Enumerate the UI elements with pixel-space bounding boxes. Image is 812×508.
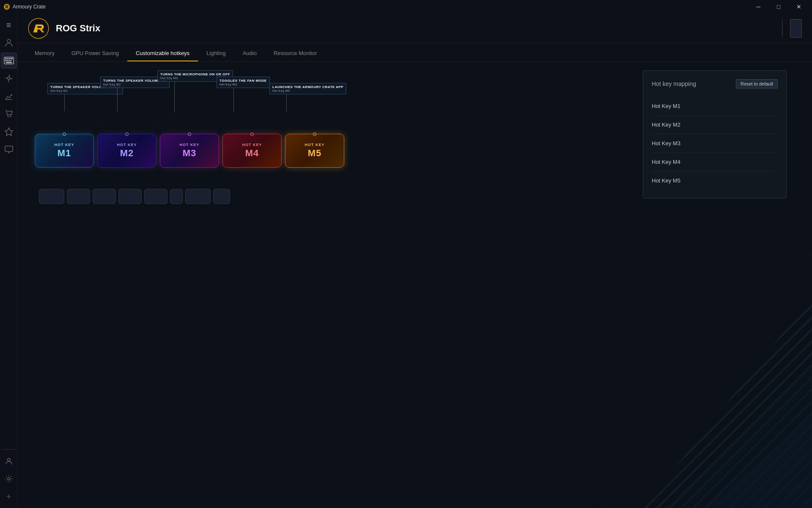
minimize-button[interactable]: ─ bbox=[749, 0, 768, 14]
sidebar-item-menu[interactable]: ≡ bbox=[1, 17, 17, 33]
tab-hotkeys[interactable]: Customizable hotkeys bbox=[127, 46, 198, 61]
key-placeholder-2 bbox=[67, 189, 90, 204]
hotkey-m3-dot bbox=[188, 133, 191, 136]
svg-point-13 bbox=[8, 77, 10, 80]
sidebar-item-user-settings[interactable] bbox=[1, 453, 17, 469]
tab-audio[interactable]: Audio bbox=[234, 46, 265, 61]
header-right bbox=[780, 19, 802, 38]
content-area: TURNS THE SPEAKER VOLUME DOWN Hot Key M1… bbox=[18, 62, 812, 508]
hotkey-list-item-m1[interactable]: Hot Key M1 bbox=[652, 97, 778, 116]
key-placeholder-7 bbox=[213, 189, 230, 204]
svg-point-15 bbox=[7, 116, 8, 117]
svg-marker-28 bbox=[601, 254, 812, 508]
battery-separator-icon bbox=[780, 20, 785, 37]
title-bar-left: R Armoury Crate bbox=[3, 3, 46, 10]
sidebar: ≡ bbox=[0, 14, 18, 508]
sidebar-item-settings[interactable] bbox=[1, 471, 17, 487]
hotkey-m5-key: M5 bbox=[308, 148, 322, 159]
svg-rect-10 bbox=[8, 60, 10, 61]
hotkey-button-m5[interactable]: HOT KEY M5 bbox=[285, 134, 344, 168]
hotkey-button-m4[interactable]: HOT KEY M4 bbox=[222, 134, 282, 168]
app-title: Armoury Crate bbox=[13, 4, 46, 10]
key-placeholder-6 bbox=[185, 189, 211, 204]
rog-logo bbox=[28, 18, 49, 39]
hotkey-list-item-m2[interactable]: Hot Key M2 bbox=[652, 116, 778, 134]
svg-marker-27 bbox=[685, 381, 812, 508]
sidebar-item-performance[interactable] bbox=[1, 88, 17, 104]
svg-rect-5 bbox=[7, 58, 8, 59]
tab-lighting[interactable]: Lighting bbox=[198, 46, 234, 61]
svg-rect-9 bbox=[7, 60, 8, 61]
sidebar-bottom: + bbox=[1, 447, 17, 505]
hotkey-m1-dot bbox=[63, 133, 66, 136]
svg-rect-6 bbox=[9, 58, 10, 59]
hotkey-m5-dot bbox=[313, 133, 316, 136]
tooltip-m5: LAUNCHES THE ARMOURY CRATE APP Hot Key M… bbox=[269, 83, 346, 111]
tooltip-m4-sub: Hot Key M4 bbox=[219, 83, 267, 86]
title-bar: R Armoury Crate ─ □ ✕ bbox=[0, 0, 812, 14]
svg-text:R: R bbox=[5, 5, 8, 9]
hotkey-list-item-m5[interactable]: Hot Key M5 bbox=[652, 171, 778, 190]
device-thumbnail bbox=[790, 19, 802, 38]
hotkey-visualization: TURNS THE SPEAKER VOLUME DOWN Hot Key M1… bbox=[35, 70, 386, 204]
reset-to-default-button[interactable]: Reset to default bbox=[736, 79, 778, 88]
hotkey-m3-key: M3 bbox=[183, 148, 197, 159]
app-layout: ≡ bbox=[0, 14, 812, 508]
app-icon: R bbox=[3, 3, 10, 10]
svg-rect-8 bbox=[5, 60, 6, 61]
tab-resource[interactable]: Resource Monitor bbox=[265, 46, 326, 61]
tooltip-m5-sub: Hot Key M5 bbox=[272, 89, 343, 92]
background-decoration bbox=[474, 212, 812, 508]
main-content: ROG Strix Memory GPU Power Saving Custom… bbox=[18, 14, 812, 508]
hotkey-m3-label: HOT KEY bbox=[179, 143, 199, 147]
device-name: ROG Strix bbox=[56, 23, 100, 34]
hotkey-list-item-m3[interactable]: Hot Key M3 bbox=[652, 134, 778, 153]
title-bar-controls: ─ □ ✕ bbox=[749, 0, 809, 14]
svg-marker-31 bbox=[664, 360, 812, 508]
svg-rect-18 bbox=[5, 146, 13, 152]
hotkey-m4-label: HOT KEY bbox=[242, 143, 262, 147]
hotkey-button-m3[interactable]: HOT KEY M3 bbox=[160, 134, 219, 168]
hotkey-panel: Hot key mapping Reset to default Hot Key… bbox=[643, 70, 787, 199]
hotkey-m4-dot bbox=[250, 133, 254, 136]
hotkey-m1-key: M1 bbox=[58, 148, 71, 159]
sidebar-item-keyboard[interactable] bbox=[1, 52, 17, 69]
key-placeholder-5 bbox=[144, 189, 167, 204]
sidebar-add-button[interactable]: + bbox=[1, 489, 17, 505]
hotkey-m2-key: M2 bbox=[120, 148, 134, 159]
tooltip-m4: TOGGLES THE FAN MODE Hot Key M4 bbox=[217, 77, 270, 112]
hotkey-m2-label: HOT KEY bbox=[117, 143, 137, 147]
hotkey-list-item-m4[interactable]: Hot Key M4 bbox=[652, 153, 778, 171]
sidebar-item-aura[interactable] bbox=[1, 124, 17, 140]
svg-rect-4 bbox=[5, 58, 7, 59]
sidebar-item-store[interactable] bbox=[1, 106, 17, 122]
svg-marker-17 bbox=[5, 128, 13, 135]
svg-rect-12 bbox=[6, 62, 12, 63]
header: ROG Strix bbox=[18, 14, 812, 43]
svg-marker-30 bbox=[706, 415, 812, 508]
key-placeholder-4 bbox=[118, 189, 142, 204]
restore-button[interactable]: □ bbox=[769, 0, 788, 14]
close-button[interactable]: ✕ bbox=[789, 0, 809, 14]
hotkey-m1-label: HOT KEY bbox=[54, 143, 74, 147]
hotkey-buttons-row: HOT KEY M1 HOT KEY M2 HOT KEY M3 bbox=[35, 130, 386, 172]
svg-marker-29 bbox=[727, 423, 812, 508]
tooltip-lines-area: TURNS THE SPEAKER VOLUME DOWN Hot Key M1… bbox=[35, 70, 386, 130]
svg-point-2 bbox=[7, 39, 11, 43]
tab-gpu[interactable]: GPU Power Saving bbox=[63, 46, 127, 61]
svg-rect-7 bbox=[11, 58, 13, 59]
tabs-bar: Memory GPU Power Saving Customizable hot… bbox=[18, 43, 812, 62]
svg-point-22 bbox=[8, 478, 10, 480]
key-placeholder-gap bbox=[170, 189, 183, 204]
svg-marker-26 bbox=[643, 296, 812, 508]
sidebar-item-profile[interactable] bbox=[1, 35, 17, 51]
key-placeholder-1 bbox=[39, 189, 64, 204]
sidebar-divider bbox=[3, 449, 15, 450]
svg-point-16 bbox=[10, 116, 11, 117]
hotkey-button-m2[interactable]: HOT KEY M2 bbox=[97, 134, 156, 168]
sidebar-item-monitor[interactable] bbox=[1, 141, 17, 157]
sidebar-item-fan[interactable] bbox=[1, 70, 17, 86]
tab-memory[interactable]: Memory bbox=[26, 46, 63, 61]
hotkey-m4-key: M4 bbox=[245, 148, 259, 159]
hotkey-button-m1[interactable]: HOT KEY M1 bbox=[35, 134, 94, 168]
